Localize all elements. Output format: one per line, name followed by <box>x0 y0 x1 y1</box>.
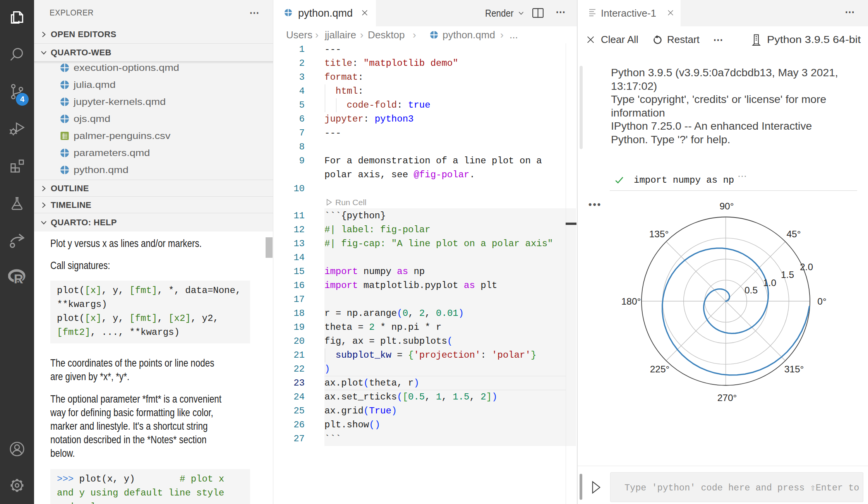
svg-text:R: R <box>14 272 23 286</box>
svg-text:1.0: 1.0 <box>763 278 776 288</box>
svg-text:180°: 180° <box>621 296 641 307</box>
svg-text:225°: 225° <box>650 364 670 374</box>
svg-text:1.5: 1.5 <box>781 269 794 280</box>
svg-text:0°: 0° <box>817 296 826 307</box>
svg-text:90°: 90° <box>719 201 734 211</box>
svg-text:0.5: 0.5 <box>744 285 758 295</box>
svg-text:315°: 315° <box>784 364 804 374</box>
svg-text:2.0: 2.0 <box>800 262 813 272</box>
svg-text:135°: 135° <box>649 229 669 239</box>
svg-text:270°: 270° <box>717 393 737 403</box>
svg-text:45°: 45° <box>786 229 801 239</box>
